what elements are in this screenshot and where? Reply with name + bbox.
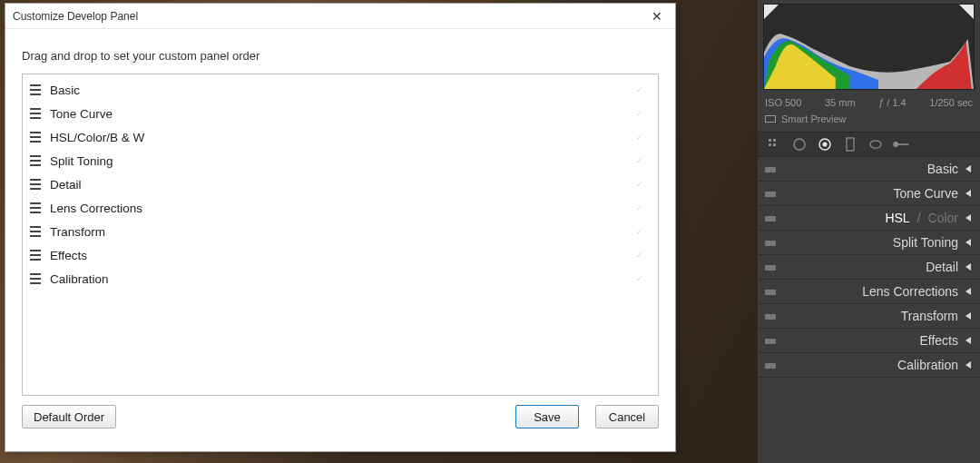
svg-point-4 xyxy=(794,139,805,150)
dialog-button-row: Default Order Save Cancel xyxy=(5,396,675,439)
crop-icon[interactable] xyxy=(765,135,783,153)
visibility-toggle-icon[interactable]: ✓ xyxy=(636,274,643,283)
graduated-filter-icon[interactable] xyxy=(841,135,859,153)
default-order-button[interactable]: Default Order xyxy=(22,405,116,429)
drag-handle-icon[interactable] xyxy=(30,226,41,237)
develop-right-panel: ISO 500 35 mm ƒ / 1.4 1/250 sec Smart Pr… xyxy=(758,0,980,463)
visibility-toggle-icon[interactable]: ✓ xyxy=(636,156,643,165)
svg-point-6 xyxy=(823,143,828,147)
disclosure-triangle-icon[interactable] xyxy=(965,288,971,295)
histogram-meta: ISO 500 35 mm ƒ / 1.4 1/250 sec xyxy=(758,95,980,113)
develop-panel-label: Split Toning xyxy=(893,235,958,250)
develop-panel-label: HSL xyxy=(885,211,909,225)
panel-order-row[interactable]: Calibration✓ xyxy=(23,267,658,291)
spot-removal-icon[interactable] xyxy=(790,135,808,153)
panel-toggle-switch-icon[interactable] xyxy=(765,265,776,271)
drag-handle-icon[interactable] xyxy=(30,179,41,190)
dialog-instruction: Drag and drop to set your custom panel o… xyxy=(5,29,675,74)
develop-panel-label: Calibration xyxy=(897,358,958,372)
panel-order-row[interactable]: Transform✓ xyxy=(23,220,658,243)
visibility-toggle-icon[interactable]: ✓ xyxy=(636,180,643,189)
develop-panel-label-sub: Color xyxy=(928,211,958,225)
red-eye-icon[interactable] xyxy=(816,135,834,153)
panel-order-row-label: Effects xyxy=(50,249,636,262)
disclosure-triangle-icon[interactable] xyxy=(965,312,971,320)
develop-panel-header[interactable]: Tone Curve xyxy=(758,182,980,206)
panel-order-row[interactable]: HSL/Color/B & W✓ xyxy=(23,125,658,149)
drag-handle-icon[interactable] xyxy=(30,273,41,284)
drag-handle-icon[interactable] xyxy=(30,155,41,166)
disclosure-triangle-icon[interactable] xyxy=(965,361,971,369)
smart-preview-indicator[interactable]: Smart Preview xyxy=(758,113,980,132)
visibility-toggle-icon[interactable]: ✓ xyxy=(636,109,643,118)
smart-preview-icon xyxy=(765,115,776,123)
panel-order-row[interactable]: Effects✓ xyxy=(23,243,658,267)
drag-handle-icon[interactable] xyxy=(30,132,41,143)
panel-order-row-label: Lens Corrections xyxy=(50,202,636,215)
visibility-toggle-icon[interactable]: ✓ xyxy=(636,203,643,212)
drag-handle-icon[interactable] xyxy=(30,108,41,119)
panel-order-row-label: Split Toning xyxy=(50,154,636,168)
panel-toggle-switch-icon[interactable] xyxy=(765,241,776,246)
develop-panel-header[interactable]: Transform xyxy=(758,304,980,329)
svg-point-8 xyxy=(870,141,881,148)
panel-order-row-label: Calibration xyxy=(50,272,636,286)
panel-order-row-label: Tone Curve xyxy=(50,107,636,121)
disclosure-triangle-icon[interactable] xyxy=(965,165,971,172)
develop-panel-label-sep: / xyxy=(917,211,921,225)
smart-preview-label: Smart Preview xyxy=(781,113,847,124)
panel-toggle-switch-icon[interactable] xyxy=(765,363,776,369)
svg-rect-3 xyxy=(773,143,776,146)
develop-panel-label: Lens Corrections xyxy=(862,284,958,299)
develop-panel-header[interactable]: Calibration xyxy=(758,353,980,378)
panel-order-list[interactable]: Basic✓Tone Curve✓HSL/Color/B & W✓Split T… xyxy=(22,74,659,396)
panel-toggle-switch-icon[interactable] xyxy=(765,192,776,197)
drag-handle-icon[interactable] xyxy=(30,250,41,261)
cancel-button[interactable]: Cancel xyxy=(595,405,659,429)
develop-panel-header[interactable]: Lens Corrections xyxy=(758,280,980,304)
disclosure-triangle-icon[interactable] xyxy=(965,190,971,197)
develop-panel-header[interactable]: Detail xyxy=(758,255,980,280)
clipping-indicator-highlights-icon[interactable] xyxy=(959,5,974,19)
panel-order-row-label: Transform xyxy=(50,225,636,239)
meta-iso: ISO 500 xyxy=(765,97,801,108)
develop-panel-label: Tone Curve xyxy=(893,186,958,201)
dialog-title: Customize Develop Panel xyxy=(13,4,138,29)
disclosure-triangle-icon[interactable] xyxy=(965,263,971,271)
panel-toggle-switch-icon[interactable] xyxy=(765,290,776,295)
disclosure-triangle-icon[interactable] xyxy=(965,214,971,222)
visibility-toggle-icon[interactable]: ✓ xyxy=(636,227,643,236)
visibility-toggle-icon[interactable]: ✓ xyxy=(636,133,643,142)
svg-rect-7 xyxy=(847,138,854,151)
disclosure-triangle-icon[interactable] xyxy=(965,337,971,344)
dialog-titlebar[interactable]: Customize Develop Panel ✕ xyxy=(5,4,675,29)
develop-panel-header[interactable]: Split Toning xyxy=(758,231,980,255)
panel-order-row-label: Detail xyxy=(50,178,636,192)
panel-order-row[interactable]: Detail✓ xyxy=(23,172,658,196)
panel-order-row[interactable]: Basic✓ xyxy=(23,78,658,102)
drag-handle-icon[interactable] xyxy=(30,202,41,213)
develop-panel-label: Effects xyxy=(919,333,958,348)
drag-handle-icon[interactable] xyxy=(30,84,41,95)
close-icon[interactable]: ✕ xyxy=(646,4,668,29)
panel-order-row[interactable]: Tone Curve✓ xyxy=(23,102,658,125)
panel-order-row[interactable]: Split Toning✓ xyxy=(23,149,658,172)
meta-shutter: 1/250 sec xyxy=(929,97,973,108)
radial-filter-icon[interactable] xyxy=(867,135,885,153)
panel-order-row[interactable]: Lens Corrections✓ xyxy=(23,196,658,220)
develop-panel-list: BasicTone CurveHSL / ColorSplit ToningDe… xyxy=(758,157,980,463)
histogram[interactable] xyxy=(763,4,975,90)
save-button[interactable]: Save xyxy=(515,405,579,429)
panel-toggle-switch-icon[interactable] xyxy=(765,167,776,172)
visibility-toggle-icon[interactable]: ✓ xyxy=(636,85,643,94)
panel-toggle-switch-icon[interactable] xyxy=(765,216,776,222)
develop-panel-header[interactable]: Basic xyxy=(758,157,980,182)
disclosure-triangle-icon[interactable] xyxy=(965,239,971,246)
clipping-indicator-shadows-icon[interactable] xyxy=(764,5,779,19)
panel-toggle-switch-icon[interactable] xyxy=(765,339,776,344)
adjustment-brush-icon[interactable] xyxy=(892,135,910,153)
develop-panel-header[interactable]: HSL / Color xyxy=(758,206,980,231)
develop-panel-header[interactable]: Effects xyxy=(758,329,980,353)
panel-toggle-switch-icon[interactable] xyxy=(765,314,776,320)
visibility-toggle-icon[interactable]: ✓ xyxy=(636,251,643,260)
